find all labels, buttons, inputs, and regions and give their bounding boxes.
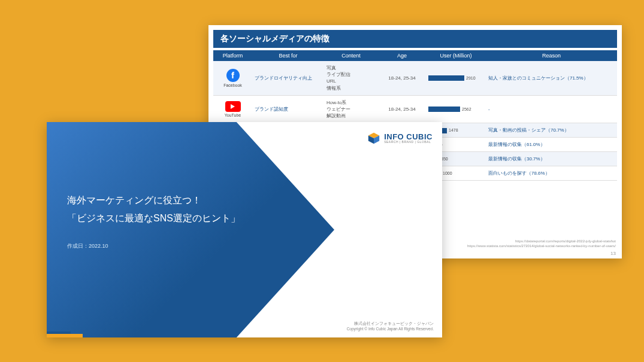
slide-title: 海外マーケティングに役立つ！ 「ビジネスに最適なSNS選定のヒント」 作成日：2… bbox=[47, 122, 442, 337]
cell-user: 2910 bbox=[426, 61, 486, 95]
platform-label: YouTube bbox=[216, 113, 250, 117]
th-platform: Platform bbox=[213, 50, 252, 61]
cell-reason: 最新情報の収集（61.0%） bbox=[486, 138, 617, 152]
th-content: Content bbox=[324, 50, 378, 61]
table-row: fFacebook ブランドロイヤリティ向上 写真ライブ配信URL情報系 18-… bbox=[213, 61, 617, 95]
cell-reason: 写真・動画の投稿・シェア（70.7%） bbox=[486, 123, 617, 138]
cell-reason: 面白いものを探す（78.6%） bbox=[486, 166, 617, 181]
user-bar bbox=[428, 75, 464, 81]
cell-user: 2562 bbox=[426, 95, 486, 123]
title-text-block: 海外マーケティングに役立つ！ 「ビジネスに最適なSNS選定のヒント」 作成日：2… bbox=[67, 191, 240, 250]
copyright-block: 株式会社インフォキュービック・ジャパン Copyright © Info Cub… bbox=[347, 321, 434, 331]
th-bestfor: Best for bbox=[252, 50, 324, 61]
company-name: 株式会社インフォキュービック・ジャパン bbox=[347, 321, 434, 326]
cell-content: 写真ライブ配信URL情報系 bbox=[324, 61, 378, 95]
cell-bestfor: ブランドロイヤリティ向上 bbox=[252, 61, 324, 95]
cell-content: How-to系ウェビナー解説動画 bbox=[324, 95, 378, 123]
copyright-text: Copyright © Info Cubic Japan All Rights … bbox=[347, 326, 434, 331]
accent-stripe bbox=[47, 334, 83, 337]
user-bar bbox=[428, 107, 460, 112]
sources-text: https://datareportal.com/reports/digital… bbox=[467, 239, 616, 249]
th-age: Age bbox=[378, 50, 426, 61]
th-user: User (Million) bbox=[426, 50, 486, 61]
slide2-title: 各ソーシャルメディアの特徴 bbox=[213, 30, 617, 48]
title-line-2: 「ビジネスに最適なSNS選定のヒント」 bbox=[67, 209, 240, 227]
cell-bestfor: ブランド認知度 bbox=[252, 95, 324, 123]
table-row: YouTube ブランド認知度 How-to系ウェビナー解説動画 18-24, … bbox=[213, 95, 617, 123]
logo-subtext: SEARCH | BRAND | GLOBAL bbox=[384, 141, 433, 144]
youtube-icon bbox=[225, 101, 241, 112]
cell-age: 18-24, 25-34 bbox=[378, 95, 426, 123]
cube-icon bbox=[367, 132, 380, 145]
th-reason: Reason bbox=[486, 50, 617, 61]
cell-age: 18-24, 25-34 bbox=[378, 61, 426, 95]
cell-reason: 知人・家族とのコミュニケーション（71.5%） bbox=[486, 61, 617, 95]
creation-date: 作成日：2022.10 bbox=[67, 242, 240, 250]
cell-reason: - bbox=[486, 95, 617, 123]
platform-label: Facebook bbox=[216, 83, 250, 87]
page-number: 13 bbox=[610, 251, 616, 256]
facebook-icon: f bbox=[226, 69, 240, 82]
infocubic-logo: INFO CUBIC SEARCH | BRAND | GLOBAL bbox=[367, 132, 433, 145]
title-line-1: 海外マーケティングに役立つ！ bbox=[67, 191, 240, 209]
cell-reason: 最新情報の収集（30.7%） bbox=[486, 152, 617, 166]
